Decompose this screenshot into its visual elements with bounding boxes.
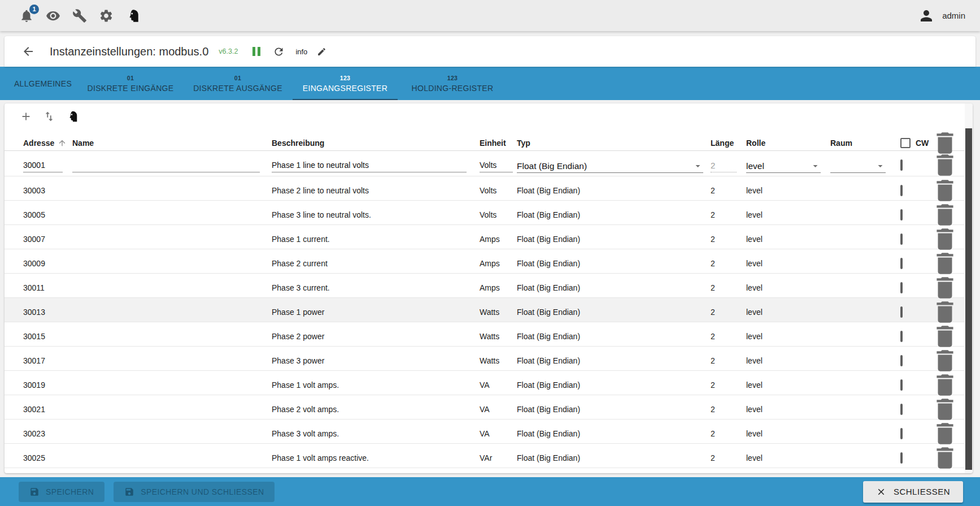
row-description: Phase 1 power xyxy=(272,308,480,317)
expert-mode-table-icon[interactable] xyxy=(66,110,79,123)
row-address: 30021 xyxy=(23,405,72,414)
row-unit: VA xyxy=(480,405,517,414)
tab-bar: ALLGEMEINES 01 DISKRETE EINGÄNGE 01 DISK… xyxy=(0,67,980,100)
row-description: Phase 3 line to neutral volts. xyxy=(272,210,480,219)
delete-row-icon[interactable] xyxy=(931,151,959,179)
table-row[interactable]: 30011 Phase 3 current. Amps Float (Big E… xyxy=(5,274,973,298)
tab-label: EINGANGSREGISTER xyxy=(303,84,387,93)
cw-checkbox[interactable] xyxy=(900,428,903,439)
column-header-adresse[interactable]: Adresse xyxy=(23,139,72,148)
cw-checkbox[interactable] xyxy=(900,159,903,171)
table-toolbar xyxy=(5,103,973,129)
tab-count: 123 xyxy=(340,75,350,81)
pause-icon[interactable] xyxy=(252,47,260,56)
table-row[interactable]: 30005 Phase 3 line to neutral volts. Vol… xyxy=(5,201,973,225)
tab-label: HOLDING-REGISTER xyxy=(412,84,494,93)
dropdown-arrow-icon xyxy=(692,161,703,171)
cw-checkbox[interactable] xyxy=(900,452,903,464)
row-type: Float (Big Endian) xyxy=(517,259,711,268)
table-row[interactable]: 30007 Phase 1 current. Amps Float (Big E… xyxy=(5,225,973,249)
row-description: Phase 2 current xyxy=(272,259,480,268)
room-select[interactable] xyxy=(830,157,886,173)
eye-icon[interactable] xyxy=(46,8,60,23)
sort-ascending-icon xyxy=(58,139,67,148)
row-unit: Watts xyxy=(480,332,517,341)
row-unit: Amps xyxy=(480,259,517,268)
table-row[interactable]: 30021 Phase 2 volt amps. VA Float (Big E… xyxy=(5,395,973,419)
row-address: 30017 xyxy=(23,356,72,365)
row-address: 30007 xyxy=(23,235,72,244)
cw-checkbox[interactable] xyxy=(900,185,903,196)
add-row-icon[interactable] xyxy=(20,110,32,123)
role-select[interactable]: level xyxy=(746,157,821,173)
gear-icon[interactable] xyxy=(99,8,114,23)
cw-checkbox[interactable] xyxy=(900,379,903,391)
cw-checkbox[interactable] xyxy=(900,233,903,245)
row-role: level xyxy=(746,380,830,390)
row-type: Float (Big Endian) xyxy=(517,356,711,365)
cw-checkbox[interactable] xyxy=(900,209,903,220)
row-unit: Volts xyxy=(480,186,517,195)
import-export-icon[interactable] xyxy=(43,110,55,123)
column-header-typ: Typ xyxy=(517,139,711,148)
tab-allgemeines[interactable]: ALLGEMEINES xyxy=(9,67,77,100)
table-row[interactable]: 30015 Phase 2 power Watts Float (Big End… xyxy=(5,322,973,347)
delete-row-icon[interactable] xyxy=(931,444,959,472)
scrollbar-thumb[interactable] xyxy=(965,128,972,470)
row-address: 30005 xyxy=(23,210,72,219)
user-menu[interactable]: admin xyxy=(918,7,965,24)
cw-checkbox[interactable] xyxy=(900,282,903,293)
row-type: Float (Big Endian) xyxy=(517,186,711,195)
table-row[interactable]: 30009 Phase 2 current Amps Float (Big En… xyxy=(5,249,973,274)
table-row[interactable]: 30017 Phase 3 power Watts Float (Big End… xyxy=(5,347,973,371)
row-address: 30013 xyxy=(23,308,72,317)
dialog-footer: SPEICHERN SPEICHERN UND SCHLIESSEN SCHLI… xyxy=(0,477,980,506)
info-link[interactable]: info xyxy=(295,47,307,56)
wrench-icon[interactable] xyxy=(72,8,87,23)
dialog-header: Instanzeinstellungen: modbus.0 v6.3.2 in… xyxy=(5,36,975,67)
cw-checkbox[interactable] xyxy=(900,404,903,415)
column-header-laenge: Länge xyxy=(711,139,746,148)
user-avatar-icon xyxy=(918,7,935,24)
save-button[interactable]: SPEICHERN xyxy=(19,482,104,502)
row-address: 30025 xyxy=(23,453,72,462)
length-input-disabled: 2 xyxy=(711,158,737,172)
select-all-checkbox[interactable] xyxy=(900,138,911,148)
save-and-close-button[interactable]: SPEICHERN UND SCHLIESSEN xyxy=(114,482,275,502)
row-unit: VA xyxy=(480,429,517,438)
back-arrow-icon[interactable] xyxy=(21,45,35,58)
expert-mode-icon[interactable] xyxy=(125,8,140,23)
notifications-icon[interactable]: 1 xyxy=(19,8,34,23)
close-button[interactable]: SCHLIESSEN xyxy=(863,481,963,503)
row-unit: Watts xyxy=(480,308,517,317)
table-row[interactable]: 30025 Phase 1 volt amps reactive. VAr Fl… xyxy=(5,444,973,468)
row-unit: Volts xyxy=(480,210,517,219)
table-row[interactable]: 30013 Phase 1 power Watts Float (Big End… xyxy=(5,298,973,322)
cw-checkbox[interactable] xyxy=(900,355,903,366)
user-label: admin xyxy=(942,11,965,20)
cw-checkbox[interactable] xyxy=(900,331,903,342)
table-row[interactable]: 30019 Phase 1 volt amps. VA Float (Big E… xyxy=(5,371,973,395)
tab-diskrete-eingaenge[interactable]: 01 DISKRETE EINGÄNGE xyxy=(77,67,184,100)
tab-diskrete-ausgaenge[interactable]: 01 DISKRETE AUSGÄNGE xyxy=(184,67,291,100)
cw-checkbox[interactable] xyxy=(900,306,903,318)
refresh-icon[interactable] xyxy=(273,46,285,58)
address-input[interactable]: 30001 xyxy=(23,158,63,172)
tab-holding-register[interactable]: 123 HOLDING-REGISTER xyxy=(399,67,506,100)
unit-input[interactable]: Volts xyxy=(480,158,513,172)
table-row-editing[interactable]: 30001 Phase 1 line to neutral volts Volt… xyxy=(5,151,973,176)
tab-eingangsregister[interactable]: 123 EINGANGSREGISTER xyxy=(291,67,399,100)
cw-checkbox[interactable] xyxy=(900,258,903,269)
name-input[interactable] xyxy=(72,158,260,172)
table-row[interactable]: 30003 Phase 2 line to neutral volts Volt… xyxy=(5,176,973,201)
row-unit: Watts xyxy=(480,356,517,365)
row-role: level xyxy=(746,283,830,292)
description-input[interactable]: Phase 1 line to neutral volts xyxy=(272,158,467,172)
table-row[interactable]: 30023 Phase 3 volt amps. VA Float (Big E… xyxy=(5,419,973,444)
row-type: Float (Big Endian) xyxy=(517,283,711,292)
tab-label: DISKRETE AUSGÄNGE xyxy=(193,84,282,93)
row-address: 30003 xyxy=(23,186,72,195)
tab-count: 01 xyxy=(234,75,241,81)
edit-pencil-icon[interactable] xyxy=(317,47,326,57)
type-select[interactable]: Float (Big Endian) xyxy=(517,157,703,173)
